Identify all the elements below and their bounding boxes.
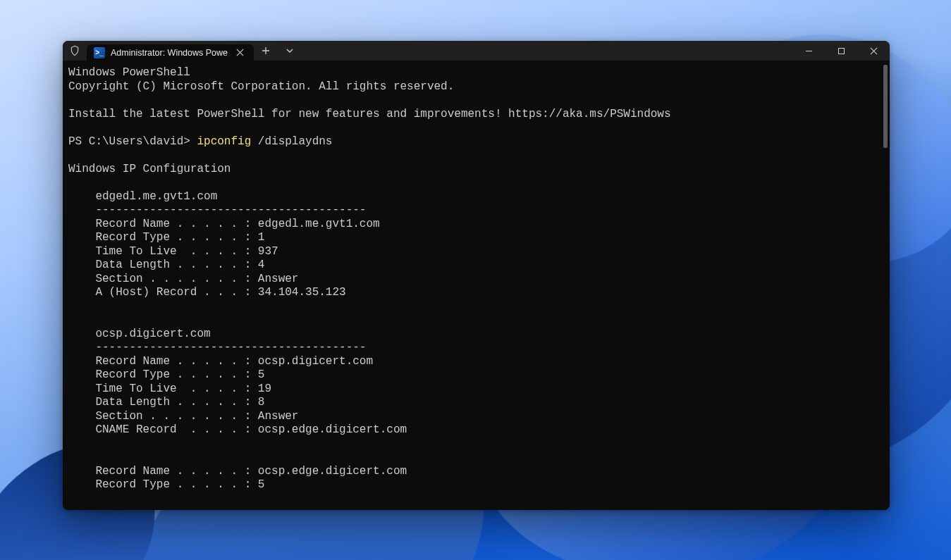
- titlebar-drag-area[interactable]: [302, 41, 792, 61]
- terminal-window: >_ Administrator: Windows Powe: [63, 41, 890, 510]
- powershell-icon: >_: [94, 47, 105, 58]
- titlebar[interactable]: >_ Administrator: Windows Powe: [63, 41, 890, 61]
- tab-title: Administrator: Windows Powe: [111, 48, 228, 58]
- scrollbar-thumb[interactable]: [883, 65, 888, 148]
- svg-rect-5: [838, 48, 844, 54]
- admin-shield-icon: [63, 41, 87, 61]
- window-close-button[interactable]: [857, 41, 890, 61]
- minimize-button[interactable]: [792, 41, 825, 61]
- tab-active[interactable]: >_ Administrator: Windows Powe: [87, 44, 254, 61]
- new-tab-button[interactable]: [254, 46, 278, 55]
- desktop-background: >_ Administrator: Windows Powe: [0, 0, 951, 560]
- maximize-button[interactable]: [825, 41, 857, 61]
- tab-dropdown-button[interactable]: [278, 46, 302, 55]
- tab-close-button[interactable]: [233, 47, 247, 58]
- terminal-output[interactable]: Windows PowerShell Copyright (C) Microso…: [63, 61, 890, 510]
